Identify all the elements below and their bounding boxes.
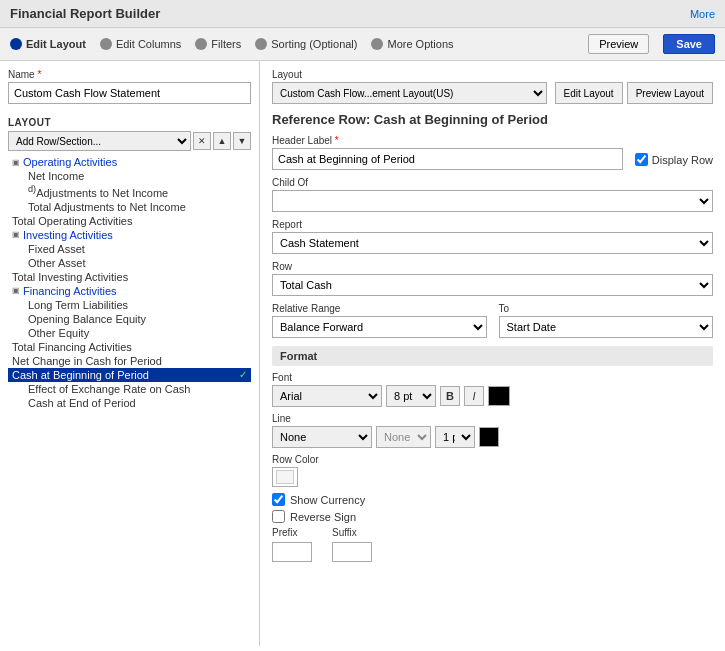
tab-filters[interactable]: Filters <box>195 38 241 50</box>
prefix-suffix-row: Prefix Suffix <box>272 527 713 562</box>
tree-item-total-adjustments[interactable]: Total Adjustments to Net Income <box>8 200 251 214</box>
tree-item-total-investing[interactable]: Total Investing Activities <box>8 270 251 284</box>
tree-item-cash-beginning[interactable]: Cash at Beginning of Period ✓ <box>8 368 251 382</box>
group-label: Investing Activities <box>23 229 113 241</box>
line-label: Line <box>272 413 713 424</box>
right-panel: Layout Custom Cash Flow...ement Layout(U… <box>260 61 725 646</box>
group-label: Financing Activities <box>23 285 117 297</box>
tab-dot <box>10 38 22 50</box>
tab-edit-layout[interactable]: Edit Layout <box>10 38 86 50</box>
relative-range-select[interactable]: Balance Forward <box>272 316 487 338</box>
report-select[interactable]: Cash Statement <box>272 232 713 254</box>
left-panel: Name * LAYOUT Add Row/Section... ✕ ▲ ▼ ▣… <box>0 61 260 646</box>
report-label: Report <box>272 219 713 230</box>
reverse-sign-label: Reverse Sign <box>290 511 356 523</box>
to-select[interactable]: Start Date <box>499 316 714 338</box>
add-row-select[interactable]: Add Row/Section... <box>8 131 191 151</box>
font-size-select[interactable]: 8 pt <box>386 385 436 407</box>
tree-item-opening-balance[interactable]: Opening Balance Equity <box>8 312 251 326</box>
format-section-header: Format <box>272 346 713 366</box>
tree-item-exchange-rate[interactable]: Effect of Exchange Rate on Cash <box>8 382 251 396</box>
tree-item-adjustments[interactable]: d)Adjustments to Net Income <box>8 183 251 200</box>
tree-item-long-term[interactable]: Long Term Liabilities <box>8 298 251 312</box>
tab-more-options[interactable]: More Options <box>371 38 453 50</box>
edit-layout-button[interactable]: Edit Layout <box>555 82 623 104</box>
tree-item-total-operating[interactable]: Total Operating Activities <box>8 214 251 228</box>
reverse-sign-checkbox[interactable] <box>272 510 285 523</box>
relative-range-label: Relative Range <box>272 303 487 314</box>
font-select[interactable]: Arial <box>272 385 382 407</box>
save-button[interactable]: Save <box>663 34 715 54</box>
move-down-icon[interactable]: ▼ <box>233 132 251 150</box>
header-label-label: Header Label * <box>272 135 623 146</box>
add-row-section: Add Row/Section... ✕ ▲ ▼ <box>8 131 251 151</box>
tree-item-other-equity[interactable]: Other Equity <box>8 326 251 340</box>
name-label: Name * <box>8 69 251 80</box>
group-financing-activities[interactable]: ▣ Financing Activities <box>8 284 251 298</box>
tab-dot <box>100 38 112 50</box>
font-color-swatch[interactable] <box>488 386 510 406</box>
show-currency-row: Show Currency <box>272 493 713 506</box>
to-label: To <box>499 303 714 314</box>
delete-icon[interactable]: ✕ <box>193 132 211 150</box>
tab-edit-columns[interactable]: Edit Columns <box>100 38 181 50</box>
suffix-input[interactable] <box>332 542 372 562</box>
italic-button[interactable]: I <box>464 386 484 406</box>
tab-filters-label: Filters <box>211 38 241 50</box>
bold-button[interactable]: B <box>440 386 460 406</box>
row-label: Row <box>272 261 713 272</box>
suffix-section: Suffix <box>332 527 372 562</box>
group-operating-activities[interactable]: ▣ Operating Activities <box>8 155 251 169</box>
preview-button[interactable]: Preview <box>588 34 649 54</box>
tree-item-cash-end[interactable]: Cash at End of Period <box>8 396 251 410</box>
checkmark-icon: ✓ <box>239 369 247 380</box>
tab-sorting-label: Sorting (Optional) <box>271 38 357 50</box>
tree-area: ▣ Operating Activities Net Income d)Adju… <box>8 155 251 638</box>
suffix-label: Suffix <box>332 527 372 538</box>
font-label: Font <box>272 372 713 383</box>
show-currency-label: Show Currency <box>290 494 365 506</box>
main-content: Name * LAYOUT Add Row/Section... ✕ ▲ ▼ ▣… <box>0 61 725 646</box>
tab-dot <box>195 38 207 50</box>
header-label-input[interactable] <box>272 148 623 170</box>
group-investing-activities[interactable]: ▣ Investing Activities <box>8 228 251 242</box>
reverse-sign-row: Reverse Sign <box>272 510 713 523</box>
preview-layout-button[interactable]: Preview Layout <box>627 82 713 104</box>
collapse-icon: ▣ <box>12 158 20 167</box>
tab-bar: Edit Layout Edit Columns Filters Sorting… <box>0 28 725 61</box>
font-row: Arial 8 pt B I <box>272 385 713 407</box>
move-up-icon[interactable]: ▲ <box>213 132 231 150</box>
tree-item-net-income[interactable]: Net Income <box>8 169 251 183</box>
line-color-swatch[interactable] <box>479 427 499 447</box>
child-of-select[interactable] <box>272 190 713 212</box>
line-size-select[interactable]: 1 pt <box>435 426 475 448</box>
tab-more-options-label: More Options <box>387 38 453 50</box>
tab-dot <box>255 38 267 50</box>
tree-item-other-asset[interactable]: Other Asset <box>8 256 251 270</box>
row-color-section: Row Color <box>272 454 713 487</box>
collapse-icon: ▣ <box>12 286 20 295</box>
tab-dot <box>371 38 383 50</box>
line-select[interactable]: None <box>272 426 372 448</box>
layout-section-header: LAYOUT <box>8 117 251 128</box>
title-bar: Financial Report Builder More <box>0 0 725 28</box>
tree-item-net-change[interactable]: Net Change in Cash for Period <box>8 354 251 368</box>
reference-row-title: Reference Row: Cash at Beginning of Peri… <box>272 112 713 127</box>
name-input[interactable] <box>8 82 251 104</box>
tab-edit-layout-label: Edit Layout <box>26 38 86 50</box>
row-color-swatch[interactable] <box>272 467 298 487</box>
tree-item-fixed-asset[interactable]: Fixed Asset <box>8 242 251 256</box>
tab-sorting[interactable]: Sorting (Optional) <box>255 38 357 50</box>
prefix-label: Prefix <box>272 527 312 538</box>
row-color-inner <box>276 470 294 484</box>
line-color-select[interactable]: None <box>376 426 431 448</box>
row-select[interactable]: Total Cash <box>272 274 713 296</box>
collapse-icon: ▣ <box>12 230 20 239</box>
display-row-checkbox[interactable] <box>635 153 648 166</box>
more-link[interactable]: More <box>690 8 715 20</box>
tree-item-total-financing[interactable]: Total Financing Activities <box>8 340 251 354</box>
prefix-input[interactable] <box>272 542 312 562</box>
show-currency-checkbox[interactable] <box>272 493 285 506</box>
app-title: Financial Report Builder <box>10 6 160 21</box>
layout-select[interactable]: Custom Cash Flow...ement Layout(US) <box>272 82 547 104</box>
